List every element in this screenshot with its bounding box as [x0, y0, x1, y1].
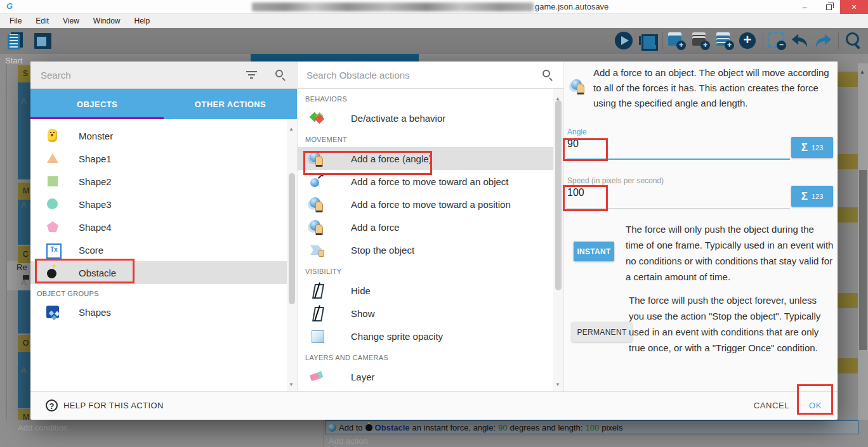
- show-icon: [309, 305, 326, 321]
- restore-icon: [826, 4, 832, 10]
- event-group-header: M: [18, 183, 31, 200]
- add-event-icon[interactable]: [738, 31, 757, 50]
- scroll-down-icon[interactable]: [289, 377, 294, 389]
- tab-other-actions[interactable]: OTHER ACTIONS: [164, 89, 297, 119]
- filter-icon[interactable]: [246, 71, 257, 72]
- cancel-button[interactable]: CANCEL: [754, 401, 789, 410]
- speed-expression-button[interactable]: Σ 123: [791, 186, 833, 207]
- event-text: pixels: [602, 423, 622, 432]
- tab-objects[interactable]: OBJECTS: [30, 89, 164, 119]
- menu-item-view[interactable]: View: [56, 14, 86, 28]
- action-row[interactable]: Show: [298, 302, 563, 325]
- app-window: G game.json.autosave – ✕ FileEditViewWin…: [0, 0, 868, 447]
- monster-icon: [44, 127, 61, 144]
- section-header: VISIBILITY: [298, 261, 563, 279]
- add-object-icon[interactable]: [667, 31, 686, 50]
- scroll-up-icon[interactable]: [289, 122, 294, 133]
- object-row-score[interactable]: Score: [30, 238, 297, 261]
- debug-icon[interactable]: [638, 31, 657, 50]
- scrollbar-thumb[interactable]: [859, 170, 867, 350]
- help-link[interactable]: ? HELP FOR THIS ACTION: [46, 399, 164, 411]
- action-row[interactable]: De/activate a behavior: [298, 107, 563, 129]
- instant-description: The force will only push the object duri…: [626, 221, 834, 285]
- action-label: Change sprite opacity: [351, 331, 443, 342]
- search-icon[interactable]: [275, 70, 283, 77]
- angle-expression-button[interactable]: Σ 123: [791, 137, 833, 158]
- object-row-shape4[interactable]: Shape4: [30, 216, 297, 238]
- object-row-monster[interactable]: Monster: [30, 124, 297, 147]
- restore-button[interactable]: [817, 0, 840, 14]
- annotation-box-obstacle: [35, 259, 135, 283]
- object-search-input[interactable]: [41, 67, 231, 83]
- add-standard-event-icon[interactable]: [715, 31, 734, 50]
- add-condition-placeholder[interactable]: Add condition: [18, 423, 68, 432]
- scrollbar-thumb[interactable]: [289, 173, 295, 304]
- action-search-input[interactable]: [306, 67, 516, 83]
- event-text: an instant force, angle:: [412, 423, 496, 432]
- section-header: MOVEMENT: [298, 129, 563, 147]
- play-icon[interactable]: [614, 31, 633, 50]
- event-group-header: O: [18, 335, 31, 352]
- digits-icon: 123: [812, 193, 823, 200]
- event-text: degrees and length:: [510, 423, 583, 432]
- window-title: game.json.autosave: [535, 2, 608, 11]
- selected-action-row[interactable]: Add to Obstacle an instant force, angle:…: [325, 420, 858, 434]
- permanent-button[interactable]: PERMANENT: [572, 322, 632, 342]
- undo-icon[interactable]: [790, 31, 809, 50]
- actions-scrollbar[interactable]: [553, 89, 563, 391]
- instant-button[interactable]: INSTANT: [574, 242, 614, 261]
- action-label: Add a force to move toward a position: [351, 199, 511, 210]
- search-icon[interactable]: [844, 31, 863, 50]
- action-row[interactable]: Change sprite opacity: [298, 325, 563, 347]
- scrollbar-thumb[interactable]: [555, 100, 562, 290]
- action-row[interactable]: Add a force: [298, 216, 563, 238]
- object-row-shape1[interactable]: Shape1: [30, 147, 297, 170]
- object-name: Shape1: [79, 153, 112, 164]
- add-action-placeholder[interactable]: Add action: [329, 436, 367, 446]
- objects-scrollbar[interactable]: [287, 119, 297, 391]
- events-scrollbar[interactable]: [858, 63, 868, 447]
- add-comment-icon[interactable]: [691, 31, 710, 50]
- group-icon: [44, 304, 61, 320]
- scroll-down-icon[interactable]: [555, 377, 560, 389]
- event-length-value: 100: [585, 423, 599, 432]
- action-row[interactable]: Add a force to move toward a position: [298, 193, 563, 216]
- dialog-tabbar: OBJECTS OTHER ACTIONS: [30, 89, 297, 119]
- force-icon: [328, 424, 336, 432]
- event-group-header: [838, 154, 858, 169]
- active-tab-underline: [30, 117, 164, 119]
- action-row[interactable]: Stop the object: [298, 238, 563, 261]
- object-row-shape2[interactable]: Shape2: [30, 170, 297, 193]
- close-button[interactable]: ✕: [840, 0, 868, 14]
- object-name: Shape2: [79, 176, 112, 187]
- add-placeholder-fragment: A: [21, 96, 27, 106]
- action-row[interactable]: Layer: [298, 365, 563, 388]
- menu-item-file[interactable]: File: [3, 14, 29, 28]
- menu-item-window[interactable]: Window: [86, 14, 128, 28]
- conditions-actions-divider: [324, 420, 324, 447]
- scene-tab-label[interactable]: Start: [5, 56, 22, 65]
- scene-editor-icon[interactable]: [33, 31, 52, 50]
- project-manager-icon[interactable]: [6, 31, 25, 50]
- action-row[interactable]: Hide: [298, 279, 563, 302]
- object-row-shape3[interactable]: Shape3: [30, 193, 297, 216]
- redo-icon[interactable]: [814, 31, 833, 50]
- search-icon[interactable]: [542, 70, 550, 77]
- permanent-description: The force will push the object forever, …: [629, 292, 834, 356]
- stop-icon: [309, 242, 326, 258]
- minimize-button[interactable]: –: [793, 0, 816, 14]
- action-label: Hide: [351, 285, 371, 296]
- menu-item-help[interactable]: Help: [128, 14, 157, 28]
- event-angle-value: 90: [498, 423, 507, 432]
- toolbar-separator: [838, 32, 839, 49]
- scroll-up-icon[interactable]: [860, 65, 865, 76]
- action-label: De/activate a behavior: [351, 113, 445, 124]
- remove-selection-icon[interactable]: [767, 31, 786, 50]
- sigma-icon: Σ: [801, 190, 808, 203]
- help-label: HELP FOR THIS ACTION: [63, 401, 164, 410]
- menu-item-edit[interactable]: Edit: [29, 14, 56, 28]
- add-action-dialog: OBJECTS OTHER ACTIONS MonsterShape1Shape…: [30, 62, 838, 420]
- section-header: BEHAVIORS: [298, 89, 563, 107]
- group-row-shapes[interactable]: Shapes: [30, 301, 297, 323]
- event-group-header: [838, 72, 858, 87]
